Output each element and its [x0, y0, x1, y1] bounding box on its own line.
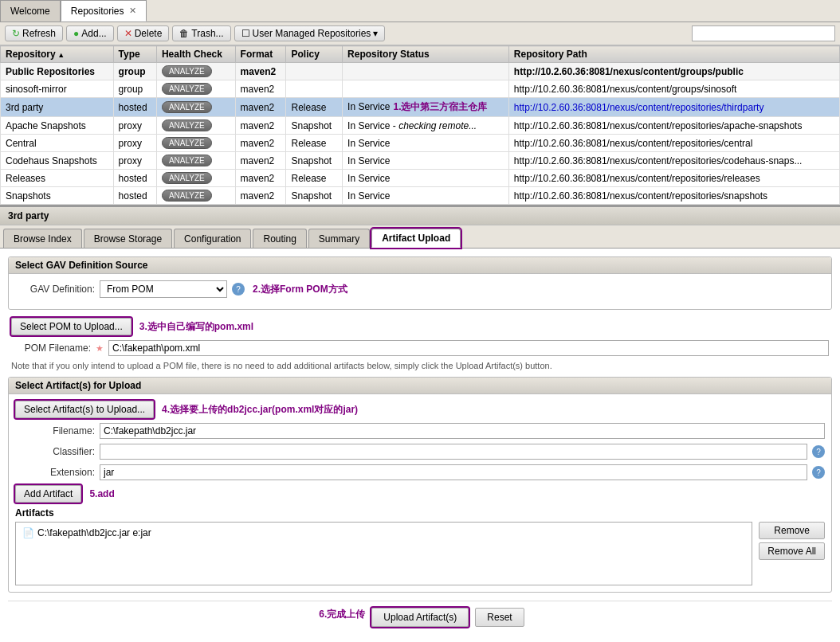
- repo-path: http://10.2.60.36:8081/nexus/content/rep…: [508, 135, 839, 152]
- analyze-button[interactable]: ANALYZE: [162, 65, 212, 77]
- artifacts-title: Artifacts: [15, 507, 825, 519]
- repo-format: maven2: [235, 63, 286, 80]
- tab-browse-index[interactable]: Browse Index: [3, 229, 82, 248]
- repo-type: group: [113, 63, 156, 80]
- repo-status: [343, 63, 509, 80]
- table-row[interactable]: Public RepositoriesgroupANALYZEmaven2htt…: [1, 63, 840, 80]
- gav-definition-select[interactable]: From POM GAV Parameters Auto Guess: [100, 280, 227, 298]
- repo-path: http://10.2.60.36:8081/nexus/content/rep…: [508, 98, 839, 117]
- analyze-button[interactable]: ANALYZE: [162, 137, 212, 149]
- tab-welcome[interactable]: Welcome: [0, 0, 61, 22]
- table-row[interactable]: CentralproxyANALYZEmaven2ReleaseIn Servi…: [1, 135, 840, 152]
- refresh-icon: ↻: [12, 28, 20, 39]
- col-repository[interactable]: Repository: [1, 46, 114, 63]
- col-path: Repository Path: [508, 46, 839, 63]
- analyze-button[interactable]: ANALYZE: [162, 83, 212, 95]
- tab-routing[interactable]: Routing: [253, 229, 306, 248]
- repo-path: http://10.2.60.36:8081/nexus/content/gro…: [508, 80, 839, 98]
- extension-help-icon[interactable]: ?: [812, 466, 825, 479]
- table-row[interactable]: SnapshotshostedANALYZEmaven2SnapshotIn S…: [1, 187, 840, 205]
- bottom-actions: 6.完成上传 Upload Artifact(s) Reset: [8, 601, 832, 633]
- pom-filename-label: POM Filename:: [11, 343, 91, 354]
- col-policy: Policy: [286, 46, 343, 63]
- repo-health: ANALYZE: [156, 63, 235, 80]
- artifact-section-title: Select Artifact(s) for Upload: [9, 378, 831, 394]
- analyze-button[interactable]: ANALYZE: [162, 190, 212, 202]
- remove-button[interactable]: Remove: [759, 522, 825, 539]
- artifact-upload-form: Select GAV Definition Source GAV Definit…: [0, 249, 840, 641]
- tab-artifact-upload[interactable]: Artifact Upload: [371, 229, 461, 248]
- trash-button[interactable]: 🗑 Trash...: [172, 25, 230, 41]
- search-input[interactable]: [692, 25, 835, 41]
- artifact-select-row: Select Artifact(s) to Upload... 4.选择要上传的…: [15, 401, 825, 418]
- analyze-button[interactable]: ANALYZE: [162, 119, 212, 131]
- analyze-button[interactable]: ANALYZE: [162, 172, 212, 184]
- remove-all-button[interactable]: Remove All: [759, 542, 825, 560]
- classifier-input[interactable]: [100, 444, 807, 460]
- delete-icon: ✕: [124, 28, 132, 39]
- repo-name: Releases: [1, 170, 114, 187]
- classifier-label: Classifier:: [15, 446, 95, 457]
- table-row[interactable]: Apache SnapshotsproxyANALYZEmaven2Snapsh…: [1, 117, 840, 135]
- dropdown-icon: ▾: [373, 28, 378, 39]
- repo-status: In Service: [343, 152, 509, 170]
- repo-type: hosted: [113, 187, 156, 205]
- analyze-button[interactable]: ANALYZE: [162, 101, 212, 113]
- repo-status: In Service1.选中第三方宿主仓库: [343, 98, 509, 117]
- repo-health: ANALYZE: [156, 80, 235, 98]
- extension-input[interactable]: [100, 464, 807, 480]
- repo-health: ANALYZE: [156, 152, 235, 170]
- table-row[interactable]: Codehaus SnapshotsproxyANALYZEmaven2Snap…: [1, 152, 840, 170]
- pom-upload-area: Select POM to Upload... 3.选中自己编写的pom.xml…: [8, 318, 832, 370]
- callout-3: 3.选中自己编写的pom.xml: [139, 320, 253, 334]
- repo-name: Codehaus Snapshots: [1, 152, 114, 170]
- repo-name: sinosoft-mirror: [1, 80, 114, 98]
- analyze-button[interactable]: ANALYZE: [162, 155, 212, 166]
- col-format: Format: [235, 46, 286, 63]
- gav-section-body: GAV Definition: From POM GAV Parameters …: [9, 274, 831, 309]
- tab-configuration[interactable]: Configuration: [174, 229, 251, 248]
- repo-policy: Snapshot: [286, 152, 343, 170]
- artifacts-container: Artifacts 📄 C:\fakepath\db2jcc.jar e:jar…: [15, 507, 825, 585]
- add-artifact-row: Add Artifact 5.add: [15, 485, 825, 503]
- table-row[interactable]: sinosoft-mirrorgroupANALYZEmaven2http://…: [1, 80, 840, 98]
- repo-health: ANALYZE: [156, 170, 235, 187]
- repository-table: Repository Type Health Check Format Poli…: [0, 45, 840, 205]
- tab-summary[interactable]: Summary: [308, 229, 370, 248]
- artifacts-area: 📄 C:\fakepath\db2jcc.jar e:jar Remove Re…: [15, 522, 825, 585]
- extension-row: Extension: ?: [15, 464, 825, 480]
- add-button[interactable]: ● Add...: [66, 25, 114, 41]
- repo-health: ANALYZE: [156, 117, 235, 135]
- select-pom-button[interactable]: Select POM to Upload...: [11, 318, 131, 335]
- repo-type: proxy: [113, 152, 156, 170]
- repo-format: maven2: [235, 135, 286, 152]
- repo-format: maven2: [235, 117, 286, 135]
- tab-browse-storage[interactable]: Browse Storage: [84, 229, 172, 248]
- select-artifact-button[interactable]: Select Artifact(s) to Upload...: [15, 401, 154, 418]
- repo-format: maven2: [235, 98, 286, 117]
- repo-path: http://10.2.60.36:8081/nexus/content/rep…: [508, 187, 839, 205]
- pom-filename-input[interactable]: [108, 340, 829, 356]
- reset-button[interactable]: Reset: [475, 608, 524, 627]
- upload-artifact-button[interactable]: Upload Artifact(s): [371, 608, 469, 627]
- close-icon[interactable]: ✕: [129, 6, 136, 16]
- refresh-button[interactable]: ↻ Refresh: [5, 25, 63, 41]
- filename-row: Filename:: [15, 423, 825, 439]
- repo-policy: [286, 63, 343, 80]
- repo-format: maven2: [235, 152, 286, 170]
- add-artifact-button[interactable]: Add Artifact: [15, 485, 81, 503]
- artifacts-list: 📄 C:\fakepath\db2jcc.jar e:jar: [15, 522, 752, 585]
- user-managed-button[interactable]: ☐ User Managed Repositories ▾: [234, 25, 386, 41]
- repo-policy: [286, 80, 343, 98]
- repo-health: ANALYZE: [156, 98, 235, 117]
- repo-name: Snapshots: [1, 187, 114, 205]
- classifier-help-icon[interactable]: ?: [812, 445, 825, 458]
- repo-status: In Service: [343, 170, 509, 187]
- filename-input[interactable]: [100, 423, 825, 439]
- table-row[interactable]: ReleaseshostedANALYZEmaven2ReleaseIn Ser…: [1, 170, 840, 187]
- callout-2: 2.选择Form POM方式: [253, 283, 347, 296]
- help-icon[interactable]: ?: [232, 283, 245, 296]
- delete-button[interactable]: ✕ Delete: [117, 25, 170, 41]
- tab-repositories[interactable]: Repositories ✕: [61, 0, 147, 22]
- table-row[interactable]: 3rd partyhostedANALYZEmaven2ReleaseIn Se…: [1, 98, 840, 117]
